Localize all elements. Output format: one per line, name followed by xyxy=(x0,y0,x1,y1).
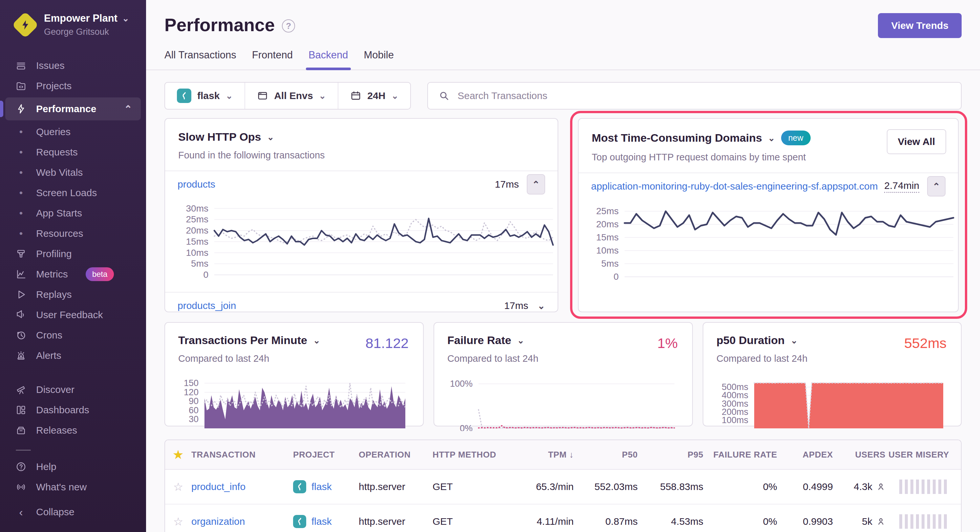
svg-text:100ms: 100ms xyxy=(722,415,748,425)
beta-badge: beta xyxy=(86,267,114,281)
metric-subtitle: Compared to last 24h xyxy=(178,353,410,364)
tab-backend[interactable]: Backend xyxy=(309,49,348,70)
tpm-chart: 150120906030 xyxy=(178,373,410,431)
metric-subtitle: Compared to last 24h xyxy=(447,353,679,364)
user-misery-bar xyxy=(899,514,949,529)
svg-text:20ms: 20ms xyxy=(597,219,619,229)
star-outline-icon[interactable]: ☆ xyxy=(165,469,191,504)
environment-filter[interactable]: All Envs ⌄ xyxy=(245,83,338,109)
time-range-filter[interactable]: 24H ⌄ xyxy=(338,83,410,109)
org-user: George Gritsouk xyxy=(44,27,129,37)
sidebar-item-dashboards[interactable]: Dashboards xyxy=(0,400,146,420)
col-failure-rate[interactable]: FAILURE RATE xyxy=(703,440,777,469)
tab-frontend[interactable]: Frontend xyxy=(252,49,293,70)
transaction-link[interactable]: product_info xyxy=(191,481,245,492)
p50-cell: 0.87ms xyxy=(574,504,638,532)
sidebar-item-screen-loads[interactable]: • Screen Loads xyxy=(0,183,146,203)
chevron-down-icon[interactable]: ⌄ xyxy=(768,134,775,142)
users-count: 4.3k xyxy=(854,481,872,492)
sort-arrow-icon: ↓ xyxy=(569,450,574,459)
org-switcher[interactable]: Empower Plant ⌄ George Gritsouk xyxy=(0,13,146,37)
col-user-misery[interactable]: USER MISERY xyxy=(886,440,962,469)
help-circle-icon[interactable]: ? xyxy=(282,19,295,32)
collapse-row-button[interactable]: ⌃ xyxy=(927,176,945,197)
collapse-row-button[interactable]: ⌃ xyxy=(527,174,545,194)
sidebar-item-resources[interactable]: • Resources xyxy=(0,223,146,244)
transaction-link[interactable]: organization xyxy=(191,516,245,527)
sidebar-item-profiling[interactable]: Profiling xyxy=(0,244,146,264)
star-outline-icon[interactable]: ☆ xyxy=(165,504,191,532)
project-filter[interactable]: flask ⌄ xyxy=(165,83,245,109)
col-project[interactable]: PROJECT xyxy=(293,440,359,469)
tab-all-transactions[interactable]: All Transactions xyxy=(164,49,236,70)
project-link[interactable]: flask xyxy=(312,516,332,527)
chevron-down-icon[interactable]: ⌄ xyxy=(267,133,274,141)
duration-value: 17ms xyxy=(504,300,528,311)
chevron-down-icon[interactable]: ⌄ xyxy=(517,336,525,345)
issues-icon xyxy=(15,60,27,71)
svg-text:150: 150 xyxy=(184,378,199,388)
sidebar-item-help[interactable]: Help xyxy=(0,457,146,477)
sidebar-item-replays[interactable]: Replays xyxy=(0,284,146,305)
col-users[interactable]: USERS xyxy=(833,440,886,469)
sidebar-item-releases[interactable]: Releases xyxy=(0,420,146,440)
sidebar-item-alerts[interactable]: Alerts xyxy=(0,345,146,366)
failure-rate-chart: 100%0% xyxy=(447,373,679,431)
chevron-down-icon[interactable]: ⌄ xyxy=(791,336,798,345)
sidebar-item-performance[interactable]: Performance ⌃ xyxy=(5,97,141,121)
sidebar-item-metrics[interactable]: Metrics beta xyxy=(0,264,146,284)
svg-text:0: 0 xyxy=(203,270,208,280)
col-operation[interactable]: OPERATION xyxy=(359,440,433,469)
svg-text:120: 120 xyxy=(184,387,199,397)
col-p95[interactable]: P95 xyxy=(638,440,703,469)
p95-cell: 558.83ms xyxy=(638,469,703,504)
svg-text:0: 0 xyxy=(613,272,619,282)
card-title: Slow HTTP Ops xyxy=(178,130,261,143)
svg-text:20ms: 20ms xyxy=(186,226,208,235)
bullet-icon: • xyxy=(15,187,27,199)
col-p50[interactable]: P50 xyxy=(574,440,638,469)
project-link[interactable]: flask xyxy=(312,481,332,492)
sidebar-item-user-feedback[interactable]: User Feedback xyxy=(0,305,146,325)
page-header: Performance ? View Trends All Transactio… xyxy=(146,0,980,70)
sidebar-item-web-vitals[interactable]: • Web Vitals xyxy=(0,162,146,183)
sidebar-item-queries[interactable]: • Queries xyxy=(0,122,146,142)
chevron-down-icon[interactable]: ⌄ xyxy=(313,336,320,345)
sidebar-item-discover[interactable]: Discover xyxy=(0,380,146,400)
sidebar-item-crons[interactable]: Crons xyxy=(0,325,146,345)
sidebar: Empower Plant ⌄ George Gritsouk Issues P… xyxy=(0,0,146,532)
window-icon xyxy=(257,90,268,102)
sidebar-item-issues[interactable]: Issues xyxy=(0,56,146,76)
siren-icon xyxy=(15,349,27,361)
col-apdex[interactable]: APDEX xyxy=(777,440,833,469)
transaction-link[interactable]: products_join xyxy=(178,300,236,311)
sidebar-item-whats-new[interactable]: What's new xyxy=(0,477,146,497)
metric-value: 81.122 xyxy=(365,335,409,351)
tpm-cell: 4.11/min xyxy=(510,504,574,532)
sidebar-item-requests[interactable]: • Requests xyxy=(0,142,146,162)
performance-lightning-icon xyxy=(15,103,27,115)
domain-link[interactable]: application-monitoring-ruby-dot-sales-en… xyxy=(591,181,878,192)
metric-title: Transactions Per Minute xyxy=(178,334,307,347)
failure-rate-card: Failure Rate ⌄ Compared to last 24h 1% 1… xyxy=(434,322,693,426)
transaction-link[interactable]: products xyxy=(178,179,215,190)
col-tpm[interactable]: TPM ↓ xyxy=(510,440,574,469)
tab-mobile[interactable]: Mobile xyxy=(364,49,394,70)
sidebar-collapse-button[interactable]: ‹ Collapse xyxy=(0,502,146,522)
operation-cell: http.server xyxy=(359,504,433,532)
svg-text:25ms: 25ms xyxy=(597,206,619,216)
star-icon[interactable]: ★ xyxy=(165,440,191,469)
main-content: Performance ? View Trends All Transactio… xyxy=(146,0,980,532)
col-transaction[interactable]: TRANSACTION xyxy=(191,440,293,469)
telescope-icon xyxy=(15,384,27,395)
view-all-button[interactable]: View All xyxy=(887,129,946,154)
view-trends-button[interactable]: View Trends xyxy=(878,13,962,38)
sidebar-item-app-starts[interactable]: • App Starts xyxy=(0,203,146,223)
col-http-method[interactable]: HTTP METHOD xyxy=(433,440,510,469)
chevron-down-icon: ⌄ xyxy=(226,92,233,100)
search-input[interactable] xyxy=(458,90,950,102)
expand-row-button[interactable]: ⌄ xyxy=(538,300,545,311)
help-icon xyxy=(15,461,27,473)
sidebar-item-projects[interactable]: Projects xyxy=(0,76,146,96)
svg-text:0%: 0% xyxy=(460,424,473,431)
